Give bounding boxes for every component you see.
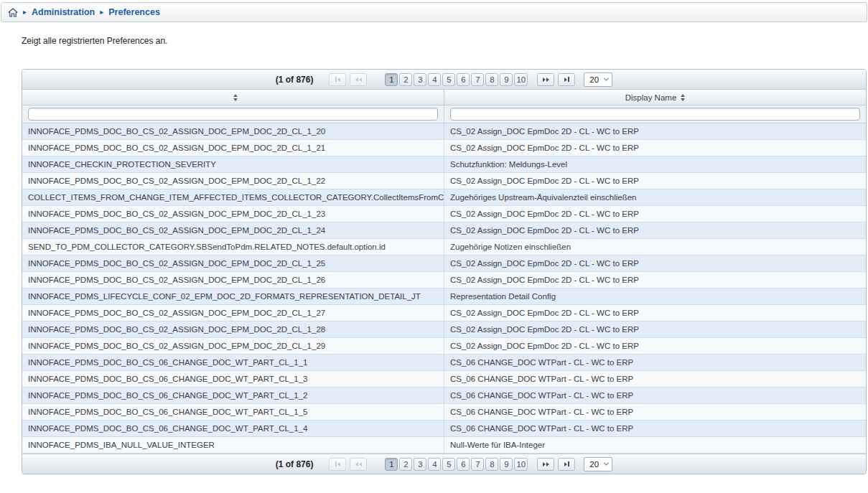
paginator-last-button[interactable] <box>558 458 575 471</box>
paginator-page-button[interactable]: 5 <box>442 458 455 471</box>
display-name-cell: CS_02 Assign_DOC EpmDoc 2D - CL - WC to … <box>444 338 866 354</box>
table-row[interactable]: INNOFACE_PDMS_DOC_BO_CS_06_CHANGE_DOC_WT… <box>22 421 866 437</box>
table-row[interactable]: INNOFACE_PDMS_DOC_BO_CS_02_ASSIGN_DOC_EP… <box>22 173 866 189</box>
paginator-current-text: (1 of 876) <box>276 459 314 469</box>
column-header-display-name-label: Display Name <box>625 93 677 102</box>
breadcrumb-arrow-icon: ▸ <box>23 9 27 16</box>
preference-name-cell: INNOFACE_PDMS_DOC_BO_CS_02_ASSIGN_DOC_EP… <box>22 255 444 271</box>
table-row[interactable]: INNOFACE_PDMS_DOC_BO_CS_02_ASSIGN_DOC_EP… <box>22 272 866 288</box>
paginator-page-button[interactable]: 7 <box>471 73 484 86</box>
paginator-page-button[interactable]: 8 <box>485 73 498 86</box>
first-page-icon <box>335 461 337 466</box>
table-row[interactable]: INNOFACE_PDMS_DOC_BO_CS_06_CHANGE_DOC_WT… <box>22 355 866 371</box>
table-row[interactable]: INNOFACE_PDMS_DOC_BO_CS_06_CHANGE_DOC_WT… <box>22 388 866 404</box>
table-row[interactable]: INNOFACE_PDMS_LIFECYCLE_CONF_02_EPM_DOC_… <box>22 288 866 305</box>
preference-name-cell: COLLECT_ITEMS_FROM_CHANGE_ITEM_AFFECTED_… <box>22 189 444 205</box>
table-header-row: Display Name <box>22 90 866 105</box>
table-row[interactable]: INNOFACE_PDMS_DOC_BO_CS_02_ASSIGN_DOC_EP… <box>22 222 866 239</box>
table-row[interactable]: INNOFACE_PDMS_DOC_BO_CS_06_CHANGE_DOC_WT… <box>22 404 866 421</box>
table-row[interactable]: INNOFACE_PDMS_DOC_BO_CS_02_ASSIGN_DOC_EP… <box>22 305 866 321</box>
paginator-page-button[interactable]: 3 <box>414 458 426 471</box>
paginator-page-button[interactable]: 4 <box>428 73 441 86</box>
paginator-page-button[interactable]: 6 <box>457 73 470 86</box>
preference-name-cell: INNOFACE_PDMS_DOC_BO_CS_06_CHANGE_DOC_WT… <box>22 404 444 420</box>
home-link[interactable] <box>8 8 18 17</box>
table-row[interactable]: INNOFACE_PDMS_DOC_BO_CS_02_ASSIGN_DOC_EP… <box>22 206 866 222</box>
breadcrumb-item-administration[interactable]: Administration <box>32 7 95 17</box>
preferences-table: (1 of 876) 12345678910 20 Display Name <box>22 69 867 474</box>
table-row[interactable]: INNOFACE_CHECKIN_PROTECTION_SEVERITY Sch… <box>22 156 866 173</box>
preference-name-cell: INNOFACE_PDMS_DOC_BO_CS_02_ASSIGN_DOC_EP… <box>22 305 444 321</box>
display-name-cell: Representation Detail Config <box>444 288 866 304</box>
preference-name-cell: INNOFACE_PDMS_DOC_BO_CS_02_ASSIGN_DOC_EP… <box>22 338 444 354</box>
paginator-page-button[interactable]: 2 <box>399 458 412 471</box>
preference-name-cell: INNOFACE_PDMS_DOC_BO_CS_02_ASSIGN_DOC_EP… <box>22 272 444 288</box>
table-row[interactable]: INNOFACE_PDMS_DOC_BO_CS_02_ASSIGN_DOC_EP… <box>22 123 866 140</box>
filter-input-name[interactable] <box>28 108 438 121</box>
paginator-page-button[interactable]: 7 <box>471 458 484 471</box>
prev-page-icon <box>355 78 358 82</box>
table-row[interactable]: INNOFACE_PDMS_IBA_NULL_VALUE_INTEGER Nul… <box>22 437 866 454</box>
paginator-prev-button[interactable] <box>350 73 367 86</box>
paginator-page-button[interactable]: 3 <box>414 73 426 86</box>
paginator-next-button[interactable] <box>537 458 554 471</box>
table-filter-row <box>22 105 866 123</box>
paginator-prev-button[interactable] <box>350 458 367 471</box>
column-header-display-name[interactable]: Display Name <box>444 90 866 105</box>
breadcrumb-item-preferences[interactable]: Preferences <box>108 7 160 17</box>
table-row[interactable]: SEND_TO_PDM_COLLECTOR_CATEGORY.SBSendToP… <box>22 239 866 255</box>
paginator-first-button[interactable] <box>329 458 346 471</box>
paginator-last-button[interactable] <box>558 73 575 86</box>
display-name-cell: CS_02 Assign_DOC EpmDoc 2D - CL - WC to … <box>444 173 866 189</box>
paginator-page-button[interactable]: 9 <box>500 458 513 471</box>
paginator-current-text: (1 of 876) <box>276 75 314 85</box>
breadcrumb: ▸ Administration ▸ Preferences <box>1 2 867 22</box>
paginator-next-button[interactable] <box>537 73 554 86</box>
display-name-cell: CS_06 CHANGE_DOC WTPart - CL - WC to ERP <box>444 404 866 420</box>
display-name-cell: CS_02 Assign_DOC EpmDoc 2D - CL - WC to … <box>444 222 866 238</box>
rows-per-page-value: 20 <box>589 460 599 469</box>
display-name-cell: CS_02 Assign_DOC EpmDoc 2D - CL - WC to … <box>444 140 866 156</box>
sort-icon[interactable] <box>233 94 238 101</box>
table-row[interactable]: INNOFACE_PDMS_DOC_BO_CS_02_ASSIGN_DOC_EP… <box>22 140 866 156</box>
paginator-page-button[interactable]: 8 <box>485 458 498 471</box>
table-row[interactable]: INNOFACE_PDMS_DOC_BO_CS_02_ASSIGN_DOC_EP… <box>22 321 866 338</box>
table-row[interactable]: INNOFACE_PDMS_DOC_BO_CS_06_CHANGE_DOC_WT… <box>22 371 866 388</box>
display-name-cell: Schutzfunktion: Meldungs-Level <box>444 156 866 172</box>
rows-per-page-value: 20 <box>589 75 599 84</box>
rows-per-page-select[interactable]: 20 <box>584 72 612 87</box>
preference-name-cell: INNOFACE_PDMS_DOC_BO_CS_02_ASSIGN_DOC_EP… <box>22 222 444 238</box>
page-description: Zeigt alle registrierten Preferences an. <box>22 36 868 46</box>
paginator-page-button[interactable]: 9 <box>500 73 513 86</box>
filter-input-display-name[interactable] <box>450 108 860 121</box>
table-row[interactable]: COLLECT_ITEMS_FROM_CHANGE_ITEM_AFFECTED_… <box>22 189 866 206</box>
display-name-cell: Zugehörige Notizen einschließen <box>444 239 866 255</box>
paginator-page-button[interactable]: 6 <box>457 458 470 471</box>
display-name-cell: CS_02 Assign_DOC EpmDoc 2D - CL - WC to … <box>444 206 866 222</box>
last-page-icon <box>564 462 567 466</box>
column-header-name[interactable] <box>22 90 444 105</box>
paginator-pages: 12345678910 <box>384 73 528 86</box>
paginator-page-button[interactable]: 1 <box>385 458 398 471</box>
paginator-page-button[interactable]: 4 <box>428 458 441 471</box>
paginator-page-button[interactable]: 5 <box>442 73 455 86</box>
display-name-cell: CS_06 CHANGE_DOC WTPart - CL - WC to ERP <box>444 388 866 403</box>
rows-per-page-select[interactable]: 20 <box>584 457 612 471</box>
home-icon <box>8 8 18 17</box>
paginator-page-button[interactable]: 2 <box>399 73 412 86</box>
paginator-page-button[interactable]: 1 <box>385 73 398 86</box>
display-name-cell: CS_06 CHANGE_DOC WTPart - CL - WC to ERP <box>444 355 866 370</box>
display-name-cell: Zugehöriges Upstream-Äquivalenzteil eins… <box>444 189 866 205</box>
preference-name-cell: INNOFACE_PDMS_DOC_BO_CS_02_ASSIGN_DOC_EP… <box>22 173 444 189</box>
paginator-page-button[interactable]: 10 <box>514 73 528 86</box>
sort-icon[interactable] <box>681 94 685 101</box>
display-name-cell: CS_02 Assign_DOC EpmDoc 2D - CL - WC to … <box>444 123 866 139</box>
paginator-page-button[interactable]: 10 <box>514 458 528 471</box>
chevron-down-icon <box>604 76 609 81</box>
paginator-first-button[interactable] <box>329 73 346 86</box>
table-row[interactable]: INNOFACE_PDMS_DOC_BO_CS_02_ASSIGN_DOC_EP… <box>22 338 866 355</box>
display-name-cell: CS_02 Assign_DOC EpmDoc 2D - CL - WC to … <box>444 321 866 337</box>
table-row[interactable]: INNOFACE_PDMS_DOC_BO_CS_02_ASSIGN_DOC_EP… <box>22 255 866 272</box>
preference-name-cell: INNOFACE_PDMS_DOC_BO_CS_06_CHANGE_DOC_WT… <box>22 371 444 387</box>
next-page-icon <box>543 78 546 82</box>
